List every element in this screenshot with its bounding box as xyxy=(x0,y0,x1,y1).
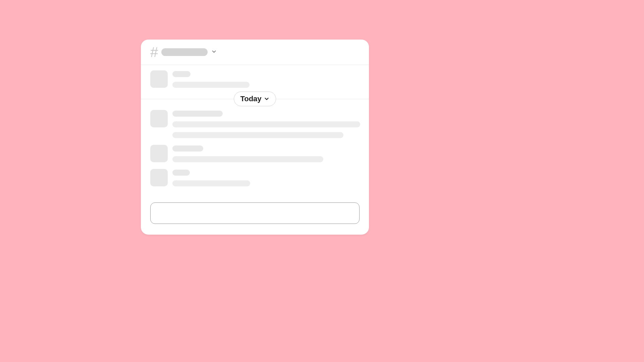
chevron-down-icon[interactable] xyxy=(211,49,217,56)
avatar xyxy=(150,145,168,162)
channel-header: # xyxy=(141,40,369,65)
message-item xyxy=(141,67,369,91)
hash-icon: # xyxy=(150,45,158,59)
message-text-placeholder xyxy=(172,132,343,138)
chevron-down-icon xyxy=(264,96,270,102)
username-placeholder xyxy=(172,111,223,117)
date-label: Today xyxy=(240,95,261,103)
message-text-placeholder xyxy=(172,82,250,88)
message-text-placeholder xyxy=(172,121,360,127)
avatar xyxy=(150,169,168,186)
chat-card: # Today xyxy=(141,40,369,235)
message-body xyxy=(172,169,360,186)
message-text-placeholder xyxy=(172,180,250,186)
date-divider: Today xyxy=(141,91,369,107)
message-list: Today xyxy=(141,65,369,190)
message-item xyxy=(141,141,369,166)
avatar xyxy=(150,70,168,88)
message-item xyxy=(141,166,369,190)
message-body xyxy=(172,70,360,88)
username-placeholder xyxy=(172,170,190,176)
username-placeholder xyxy=(172,145,203,152)
date-pill[interactable]: Today xyxy=(234,92,276,106)
message-body xyxy=(172,145,360,162)
username-placeholder xyxy=(172,71,191,77)
message-text-placeholder xyxy=(172,156,323,162)
message-body xyxy=(172,110,360,138)
avatar xyxy=(150,110,168,127)
message-composer[interactable] xyxy=(150,202,360,224)
message-item xyxy=(141,107,369,141)
channel-name-placeholder[interactable] xyxy=(161,48,208,56)
message-input[interactable] xyxy=(151,203,359,224)
